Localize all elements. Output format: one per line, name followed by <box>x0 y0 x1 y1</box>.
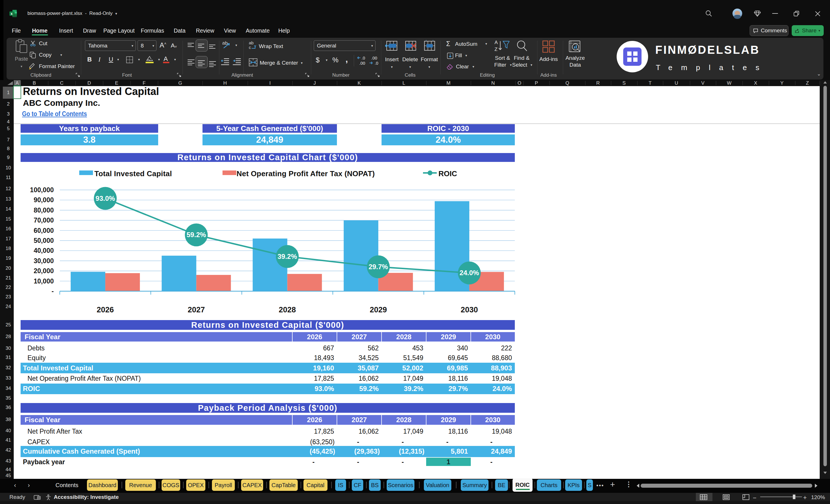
svg-text:30,000: 30,000 <box>34 257 54 264</box>
svg-text:Z: Z <box>494 46 498 52</box>
svg-text:ab: ab <box>249 40 254 45</box>
svg-text:90,000: 90,000 <box>34 196 54 204</box>
svg-text:2026: 2026 <box>97 306 114 314</box>
svg-text:10,000: 10,000 <box>34 278 54 285</box>
svg-text:.0: .0 <box>375 61 378 65</box>
svg-text:60,000: 60,000 <box>34 227 54 234</box>
svg-text:100,000: 100,000 <box>30 186 54 194</box>
svg-text:2029: 2029 <box>370 306 387 314</box>
svg-text:c: c <box>249 45 251 50</box>
svg-text:.0: .0 <box>361 56 365 60</box>
svg-text:A: A <box>494 40 498 45</box>
svg-text:2028: 2028 <box>279 306 296 314</box>
svg-text:93.0%: 93.0% <box>96 194 115 202</box>
svg-text:40,000: 40,000 <box>34 247 54 254</box>
svg-text:x: x <box>10 12 12 16</box>
svg-text:24.0%: 24.0% <box>459 269 479 277</box>
svg-text:-: - <box>52 287 54 295</box>
svg-text:.00: .00 <box>359 61 365 65</box>
svg-text:.00: .00 <box>371 56 377 60</box>
svg-text:59.2%: 59.2% <box>187 231 206 239</box>
svg-text:50,000: 50,000 <box>34 237 54 244</box>
svg-text:39.2%: 39.2% <box>278 253 297 260</box>
svg-text:2030: 2030 <box>461 306 478 314</box>
svg-text:29.7%: 29.7% <box>369 263 388 271</box>
svg-text:80,000: 80,000 <box>34 207 54 214</box>
svg-text:70,000: 70,000 <box>34 217 54 224</box>
svg-text:ab: ab <box>222 40 228 46</box>
svg-text:2027: 2027 <box>188 306 205 314</box>
svg-text:20,000: 20,000 <box>34 267 54 275</box>
